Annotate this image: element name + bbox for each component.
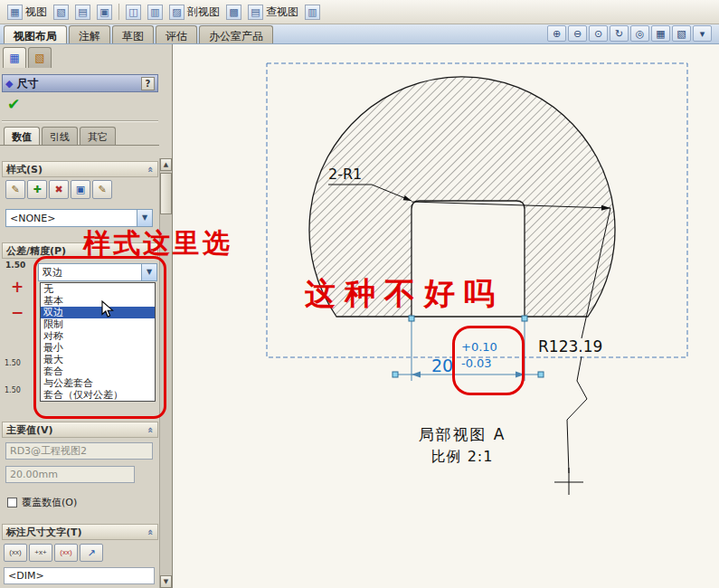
style-group-header[interactable]: 样式(S) « (2, 161, 158, 177)
option-bilateral[interactable]: 双边 (41, 307, 155, 318)
pm-tab-secondary[interactable]: ▧ (28, 47, 52, 68)
option-fit-with-tolerance[interactable]: 与公差套合 (41, 377, 155, 389)
style-buttons: ✎ ✚ ✖ ▣ ✎ (5, 180, 112, 199)
divider (0, 145, 159, 146)
zoom-area-icon[interactable]: ⊙ (589, 25, 608, 42)
tab-leaders[interactable]: 引线 (42, 127, 78, 146)
toolbar-overflow-icon[interactable]: ▾ (693, 25, 712, 42)
toolbar-icon-6[interactable]: ▩ (226, 5, 241, 20)
view-orientation-icon[interactable]: ◎ (630, 25, 649, 42)
toolbar-icon-1[interactable]: ▧ (53, 5, 69, 20)
dimension-arrow-icon (412, 372, 421, 378)
style-add-button[interactable]: ✚ (27, 180, 47, 199)
display-style-icon[interactable]: ▦ (651, 25, 670, 42)
toolbar-icon-2[interactable]: ▤ (75, 5, 90, 20)
detail-view-scale: 比例 2:1 (431, 448, 494, 465)
dimension-text-field[interactable]: <DIM> (4, 567, 155, 584)
fillet-label[interactable]: 2-R1 (328, 166, 362, 183)
dimension-name-field[interactable]: RD3@工程视图2 (5, 442, 153, 460)
chevron-down-icon[interactable]: ▼ (141, 264, 156, 280)
style-save-button[interactable]: ▣ (71, 180, 90, 199)
hide-show-items-icon[interactable]: ▧ (672, 25, 691, 42)
command-manager-tabs: 视图布局 注解 草图 评估 办公室产品 ⊕ ⊖ ⊙ ↻ ◎ ▦ ▧ ▾ (0, 24, 719, 44)
dimension-handle[interactable] (538, 372, 544, 377)
option-fit-tolerance-only[interactable]: 套合（仅对公差） (41, 389, 155, 401)
tab-evaluate[interactable]: 评估 (156, 25, 197, 43)
dimension-arrow-icon (516, 372, 525, 378)
dimension-text-buttons: (xx) +x+ (xx) ↗ (4, 544, 103, 562)
dimension-handle[interactable] (409, 316, 414, 321)
tolerance-value-icon: 1.50 (5, 261, 25, 270)
plus-tolerance-icon: + (11, 278, 24, 296)
toolbar-button-view[interactable]: ▦ 视图 (7, 5, 47, 20)
tab-view-layout[interactable]: 视图布局 (4, 25, 67, 43)
tab-annotation[interactable]: 注解 (69, 25, 110, 43)
toolbar-button-label: 查视图 (266, 5, 298, 20)
solidworks-window: ▦ 视图 ▧ ▤ ▣ ◫ ▥ ▨ 剖视图 ▩ ▤ 查视图 ▥ 视图布局 注解 草… (0, 0, 719, 588)
panel-title: 尺寸 (16, 76, 38, 91)
dimension-handle[interactable] (522, 316, 527, 321)
override-value-checkbox[interactable] (7, 498, 17, 507)
crop-view-icon: ▤ (248, 5, 263, 20)
width-dimension[interactable]: 20 +0.10 -0.03 (393, 316, 544, 381)
dimension-text-group-header[interactable]: 标注尺寸文字(T) « (2, 524, 158, 540)
drawing-canvas[interactable]: 2-R1 R123.19 (173, 44, 719, 588)
toolbar-button-crop-view[interactable]: ▤ 查视图 (248, 5, 298, 20)
zoom-out-icon[interactable]: ⊖ (568, 25, 587, 42)
toolbar-icon-3[interactable]: ▣ (97, 5, 112, 20)
dimension-handle[interactable] (393, 372, 398, 377)
chevron-down-icon[interactable]: ▼ (137, 210, 152, 226)
rotate-view-icon[interactable]: ↻ (610, 25, 629, 42)
zoom-in-icon[interactable]: ⊕ (547, 25, 566, 42)
witness-line-both-button[interactable]: (xx) (4, 544, 27, 562)
panel-tabs: ▦ ▧ (3, 47, 53, 68)
style-dropdown-value: <NONE> (10, 213, 56, 224)
scroll-down-icon[interactable]: ▼ (160, 575, 172, 588)
tolerance-lower-text[interactable]: -0.03 (461, 356, 492, 370)
option-symmetric[interactable]: 对称 (41, 330, 155, 342)
center-dimension-button[interactable]: +x+ (29, 544, 52, 562)
style-load-button[interactable]: ✎ (92, 180, 112, 199)
hatched-section-shape[interactable] (309, 77, 615, 317)
toolbar-icon-5[interactable]: ▥ (147, 5, 163, 20)
help-button[interactable]: ? (141, 77, 155, 90)
option-min[interactable]: 最小 (41, 342, 155, 354)
tab-value[interactable]: 数值 (4, 127, 40, 146)
primary-value-group-header[interactable]: 主要值(V) « (2, 422, 158, 438)
tolerance-type-listbox[interactable]: 无 基本 双边 限制 对称 最小 最大 套合 与公差套合 套合（仅对公差） (40, 282, 156, 402)
tab-office-products[interactable]: 办公室产品 (199, 25, 273, 43)
view-icon: ▦ (7, 5, 23, 20)
tab-sketch[interactable]: 草图 (112, 25, 154, 43)
option-basic[interactable]: 基本 (41, 295, 155, 307)
tolerance-font-icon: 1.50 (5, 386, 21, 394)
scroll-up-icon[interactable]: ▲ (160, 158, 172, 171)
pm-tab-properties[interactable]: ▦ (3, 47, 26, 68)
option-none[interactable]: 无 (41, 283, 155, 295)
tolerance-font-icon: 1.50 (5, 359, 21, 367)
option-fit[interactable]: 套合 (41, 365, 155, 377)
dimension-value-text[interactable]: 20 (431, 356, 453, 375)
option-max[interactable]: 最大 (41, 354, 155, 365)
drawing-sheet[interactable]: 2-R1 R123.19 (173, 44, 719, 588)
collapse-chevron-icon: « (145, 426, 156, 432)
offset-text-button[interactable]: (xx) (54, 544, 78, 562)
leader-angle-button[interactable]: ↗ (80, 544, 103, 562)
style-default-button[interactable]: ✎ (5, 180, 25, 199)
dimension-value-field[interactable]: 20.00mm (5, 466, 135, 483)
dimension-icon: ◆ (5, 78, 13, 90)
tolerance-type-combo[interactable]: 双边 ▼ (38, 263, 157, 281)
toolbar-separator (118, 4, 119, 20)
toolbar-icon-7[interactable]: ▥ (305, 5, 320, 20)
scrollbar-thumb[interactable] (160, 173, 172, 214)
toolbar-icon-4[interactable]: ◫ (126, 5, 141, 20)
style-delete-button[interactable]: ✖ (49, 180, 69, 199)
tab-other[interactable]: 其它 (80, 127, 116, 146)
tolerance-upper-text[interactable]: +0.10 (461, 340, 497, 354)
ok-check-button[interactable]: ✔ (7, 95, 20, 113)
style-dropdown[interactable]: <NONE> ▼ (5, 209, 153, 227)
panel-scrollbar[interactable]: ▲ ▼ (159, 158, 172, 588)
radius-label[interactable]: R123.19 (538, 337, 602, 356)
toolbar-button-section-view[interactable]: ▨ 剖视图 (169, 5, 220, 20)
option-limit[interactable]: 限制 (41, 318, 155, 330)
tolerance-group-header[interactable]: 公差/精度(P) « (2, 242, 158, 259)
